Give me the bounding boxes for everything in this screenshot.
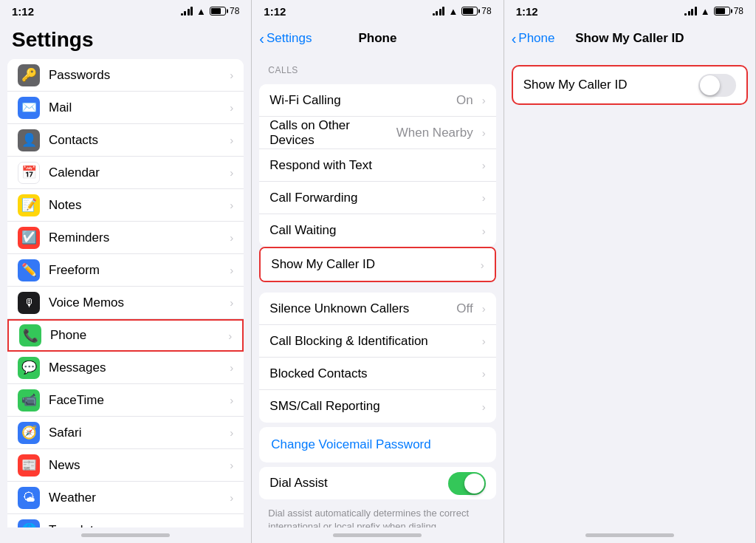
calls-other-item[interactable]: Calls on Other Devices When Nearby › xyxy=(259,117,495,149)
settings-item-reminders[interactable]: ☑️ Reminders › xyxy=(7,222,244,254)
sms-reporting-label: SMS/Call Reporting xyxy=(269,399,477,414)
chevron-notes: › xyxy=(230,199,233,211)
facetime-icon: 📹 xyxy=(18,389,40,411)
translate-label: Translate xyxy=(49,523,225,528)
respond-text-item[interactable]: Respond with Text › xyxy=(259,149,495,182)
settings-item-calendar[interactable]: 📅 Calendar › xyxy=(7,157,244,189)
call-waiting-item[interactable]: Call Waiting › xyxy=(259,214,495,247)
wifi-calling-item[interactable]: Wi-Fi Calling On › xyxy=(259,84,495,117)
settings-item-mail[interactable]: ✉️ Mail › xyxy=(7,92,244,124)
battery-pct-2: 78 xyxy=(481,6,491,16)
call-forwarding-item[interactable]: Call Forwarding › xyxy=(259,182,495,214)
caller-id-toggle[interactable] xyxy=(698,74,736,97)
settings-item-translate[interactable]: 🌐 Translate › xyxy=(7,514,244,527)
sms-reporting-item[interactable]: SMS/Call Reporting › xyxy=(259,390,495,423)
settings-panel: 1:12 ▲ 78 Settings 🔑 Passwords › xyxy=(0,0,252,543)
messages-label: Messages xyxy=(49,361,225,375)
chevron-respond-text: › xyxy=(482,159,486,171)
signal-icon-1 xyxy=(181,7,193,16)
phone-nav-title: Phone xyxy=(359,31,397,46)
chevron-call-blocking: › xyxy=(482,335,486,347)
calls-other-value: When Nearby xyxy=(396,126,473,140)
blocked-contacts-item[interactable]: Blocked Contacts › xyxy=(259,358,495,390)
status-time-2: 1:12 xyxy=(264,5,286,18)
calls-section-label: CALLS xyxy=(252,55,503,80)
voicememos-icon: 🎙 xyxy=(18,292,40,314)
show-caller-id-label: Show My Caller ID xyxy=(271,257,475,272)
back-chevron-2: ‹ xyxy=(259,31,264,46)
chevron-reminders: › xyxy=(230,231,233,244)
status-time-1: 1:12 xyxy=(12,5,34,18)
silence-unknown-value: Off xyxy=(456,301,472,316)
call-blocking-label: Call Blocking & Identification xyxy=(269,334,477,349)
settings-item-facetime[interactable]: 📹 FaceTime › xyxy=(7,384,244,417)
settings-item-voicememos[interactable]: 🎙 Voice Memos › xyxy=(7,287,244,319)
blocked-contacts-label: Blocked Contacts xyxy=(269,366,477,381)
status-time-3: 1:12 xyxy=(516,5,538,18)
chevron-weather: › xyxy=(230,491,233,504)
blocked-list: Silence Unknown Callers Off › Call Block… xyxy=(259,293,495,423)
dial-assist-item[interactable]: Dial Assist xyxy=(259,467,495,499)
voicemail-password-label: Change Voicemail Password xyxy=(271,437,430,451)
news-icon: 📰 xyxy=(18,454,40,477)
call-blocking-item[interactable]: Call Blocking & Identification › xyxy=(259,325,495,358)
chevron-silence-unknown: › xyxy=(482,302,486,315)
caller-id-back-label: Phone xyxy=(518,31,554,46)
caller-id-row[interactable]: Show My Caller ID xyxy=(512,65,748,105)
chevron-calendar: › xyxy=(230,166,233,179)
reminders-label: Reminders xyxy=(49,230,225,245)
settings-item-news[interactable]: 📰 News › xyxy=(7,449,244,482)
chevron-call-forwarding: › xyxy=(482,191,486,204)
phone-back-button[interactable]: ‹ Settings xyxy=(259,31,312,46)
translate-icon: 🌐 xyxy=(18,519,40,528)
news-label: News xyxy=(49,458,225,473)
settings-list: 🔑 Passwords › ✉️ Mail › 👤 Contacts › 📅 C… xyxy=(7,59,244,527)
settings-item-weather[interactable]: 🌤 Weather › xyxy=(7,482,244,514)
voicemail-password-row[interactable]: Change Voicemail Password xyxy=(259,427,495,462)
mail-icon: ✉️ xyxy=(18,97,40,119)
settings-scroll[interactable]: 🔑 Passwords › ✉️ Mail › 👤 Contacts › 📅 C… xyxy=(0,55,251,527)
caller-id-panel: 1:12 ▲ 78 ‹ Phone Show My Caller ID Show… xyxy=(504,0,756,543)
show-caller-id-highlight: Show My Caller ID › xyxy=(259,247,495,282)
signal-icon-2 xyxy=(433,7,445,16)
dial-assist-label: Dial Assist xyxy=(269,476,447,491)
passwords-label: Passwords xyxy=(49,68,225,83)
caller-id-back-button[interactable]: ‹ Phone xyxy=(512,31,555,46)
settings-item-notes[interactable]: 📝 Notes › xyxy=(7,189,244,222)
safari-label: Safari xyxy=(49,426,225,440)
caller-id-scroll[interactable]: Show My Caller ID xyxy=(504,55,755,527)
caller-id-nav-header: ‹ Phone Show My Caller ID xyxy=(504,22,755,55)
settings-item-messages[interactable]: 💬 Messages › xyxy=(7,352,244,384)
silence-unknown-item[interactable]: Silence Unknown Callers Off › xyxy=(259,293,495,325)
show-caller-id-item[interactable]: Show My Caller ID › xyxy=(261,248,494,281)
settings-item-phone[interactable]: 📞 Phone › xyxy=(7,319,244,352)
mail-label: Mail xyxy=(49,100,225,115)
calendar-label: Calendar xyxy=(49,165,225,180)
settings-item-safari[interactable]: 🧭 Safari › xyxy=(7,417,244,449)
weather-label: Weather xyxy=(49,491,225,505)
wifi-calling-label: Wi-Fi Calling xyxy=(269,93,456,108)
phone-scroll[interactable]: CALLS Wi-Fi Calling On › Calls on Other … xyxy=(252,55,503,527)
respond-text-label: Respond with Text xyxy=(269,158,477,173)
settings-item-freeform[interactable]: ✏️ Freeform › xyxy=(7,254,244,287)
caller-id-row-label: Show My Caller ID xyxy=(523,78,698,92)
voicememos-label: Voice Memos xyxy=(49,296,225,310)
status-bar-1: 1:12 ▲ 78 xyxy=(0,0,251,22)
contacts-label: Contacts xyxy=(49,133,225,148)
chevron-voicememos: › xyxy=(230,296,233,309)
battery-pct-3: 78 xyxy=(734,6,743,16)
call-waiting-label: Call Waiting xyxy=(269,223,477,238)
settings-item-passwords[interactable]: 🔑 Passwords › xyxy=(7,59,244,92)
chevron-translate: › xyxy=(230,524,233,527)
calls-list: Wi-Fi Calling On › Calls on Other Device… xyxy=(259,84,495,247)
battery-3 xyxy=(714,7,730,16)
settings-item-contacts[interactable]: 👤 Contacts › xyxy=(7,124,244,157)
facetime-label: FaceTime xyxy=(49,393,225,408)
battery-2 xyxy=(461,7,478,16)
signal-icon-3 xyxy=(684,7,697,16)
phone-panel: 1:12 ▲ 78 ‹ Settings Phone CALLS xyxy=(252,0,504,543)
chevron-sms-reporting: › xyxy=(482,400,486,413)
dial-assist-toggle[interactable] xyxy=(448,472,486,495)
phone-back-label: Settings xyxy=(267,31,312,46)
notes-icon: 📝 xyxy=(18,194,40,216)
